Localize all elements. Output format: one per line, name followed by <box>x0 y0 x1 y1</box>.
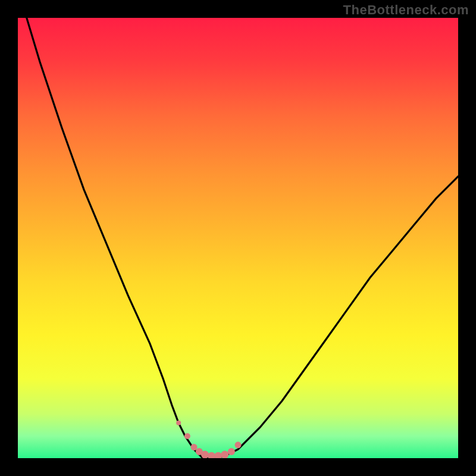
marker-dot <box>184 433 190 439</box>
chart-svg <box>18 18 458 458</box>
marker-dot <box>201 451 209 458</box>
marker-dot <box>221 451 228 458</box>
marker-dot <box>191 444 198 450</box>
watermark-text: TheBottleneck.com <box>343 2 469 18</box>
chart-stage: TheBottleneck.com <box>0 0 476 476</box>
plot-area <box>18 18 458 458</box>
marker-dot <box>228 448 235 455</box>
gradient-background <box>18 18 458 458</box>
marker-dot <box>235 441 242 448</box>
marker-dot <box>176 421 181 425</box>
